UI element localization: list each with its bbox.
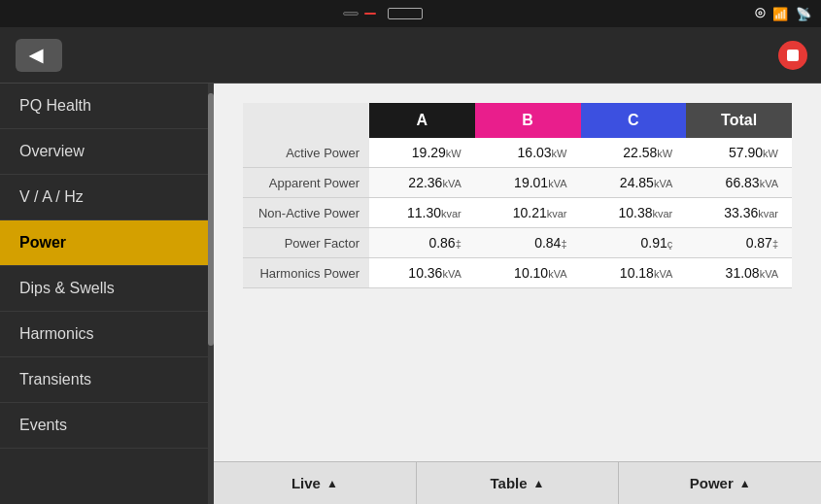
cell-a-1: 22.36kVA (369, 168, 475, 198)
col-header-c: C (581, 103, 687, 138)
table-area: A B C Total Active Power 19.29kW 16.03kW… (214, 84, 821, 461)
sidebar-item-overview[interactable]: Overview (0, 129, 214, 175)
cell-total-4: 31.08kVA (686, 258, 792, 288)
cell-total-2: 33.36kvar (686, 198, 792, 228)
connection-badge (343, 12, 359, 16)
row-label-2: Non-Active Power (243, 198, 369, 228)
cell-c-4: 10.18kVA (581, 258, 687, 288)
back-button[interactable]: ◀ (16, 39, 62, 72)
cell-total-3: 0.87‡ (686, 228, 792, 258)
main: PQ HealthOverviewV / A / HzPowerDips & S… (0, 84, 821, 504)
cell-a-3: 0.86‡ (369, 228, 475, 258)
power-table: A B C Total Active Power 19.29kW 16.03kW… (243, 103, 792, 288)
sidebar-item-v-a-hz[interactable]: V / A / Hz (0, 175, 214, 220)
sidebar-item-transients[interactable]: Transients (0, 357, 214, 403)
table-row: Active Power 19.29kW 16.03kW 22.58kW 57.… (243, 138, 792, 168)
col-header-total: Total (686, 103, 792, 138)
sidebar-item-events[interactable]: Events (0, 403, 214, 449)
cell-b-3: 0.84‡ (475, 228, 581, 258)
cell-b-2: 10.21kvar (475, 198, 581, 228)
cell-a-2: 11.30kvar (369, 198, 475, 228)
tab-live-label: Live (291, 475, 321, 491)
sidebar-item-harmonics[interactable]: Harmonics (0, 312, 214, 357)
cell-a-0: 19.29kW (369, 138, 475, 168)
row-label-1: Apparent Power (243, 168, 369, 198)
row-label-0: Active Power (243, 138, 369, 168)
signal-icon: 📶 (772, 7, 788, 21)
scrollbar-thumb (208, 93, 214, 346)
battery-bar (388, 8, 423, 19)
cell-c-3: 0.91ç (581, 228, 687, 258)
status-icons: ⦾ 📶 📡 (755, 6, 811, 21)
row-label-3: Power Factor (243, 228, 369, 258)
header: ◀ (0, 27, 821, 84)
status-bar: ⦾ 📶 📡 (0, 0, 821, 27)
cell-b-0: 16.03kW (475, 138, 581, 168)
sidebar-item-dips-swells[interactable]: Dips & Swells (0, 266, 214, 312)
header-right (769, 41, 821, 70)
tab-table[interactable]: Table ▲ (417, 462, 620, 504)
content-area: A B C Total Active Power 19.29kW 16.03kW… (214, 84, 821, 504)
scrollbar[interactable] (208, 84, 214, 504)
col-header-b: B (475, 103, 581, 138)
stop-icon (787, 50, 799, 61)
sidebar-item-power[interactable]: Power (0, 220, 214, 266)
back-arrow-icon: ◀ (29, 45, 43, 66)
wifi-icon: ⦾ (755, 6, 765, 21)
row-label-4: Harmonics Power (243, 258, 369, 288)
cell-c-1: 24.85kVA (581, 168, 687, 198)
power-arrow-icon: ▲ (739, 477, 751, 490)
col-header-a: A (369, 103, 475, 138)
tab-power-label: Power (690, 475, 734, 491)
table-row: Apparent Power 22.36kVA 19.01kVA 24.85kV… (243, 168, 792, 198)
table-arrow-icon: ▲ (533, 477, 545, 490)
cell-c-0: 22.58kW (581, 138, 687, 168)
cell-total-1: 66.83kVA (686, 168, 792, 198)
table-row: Power Factor 0.86‡ 0.84‡ 0.91ç 0.87‡ (243, 228, 792, 258)
cell-c-2: 10.38kvar (581, 198, 687, 228)
cell-b-4: 10.10kVA (475, 258, 581, 288)
tab-power[interactable]: Power ▲ (619, 462, 821, 504)
antenna-icon: 📡 (796, 7, 811, 21)
live-arrow-icon: ▲ (326, 477, 338, 490)
sidebar: PQ HealthOverviewV / A / HzPowerDips & S… (0, 84, 214, 504)
tab-live[interactable]: Live ▲ (214, 462, 417, 504)
cell-b-1: 19.01kVA (475, 168, 581, 198)
bottom-tabs: Live ▲ Table ▲ Power ▲ (214, 461, 821, 504)
header-center (78, 53, 769, 56)
tab-table-label: Table (491, 475, 528, 491)
table-row: Non-Active Power 11.30kvar 10.21kvar 10.… (243, 198, 792, 228)
table-row: Harmonics Power 10.36kVA 10.10kVA 10.18k… (243, 258, 792, 288)
stop-button[interactable] (778, 41, 807, 70)
sidebar-item-pq-health[interactable]: PQ Health (0, 84, 214, 129)
cell-a-4: 10.36kVA (369, 258, 475, 288)
cell-total-0: 57.90kW (686, 138, 792, 168)
rec-badge (364, 13, 376, 15)
